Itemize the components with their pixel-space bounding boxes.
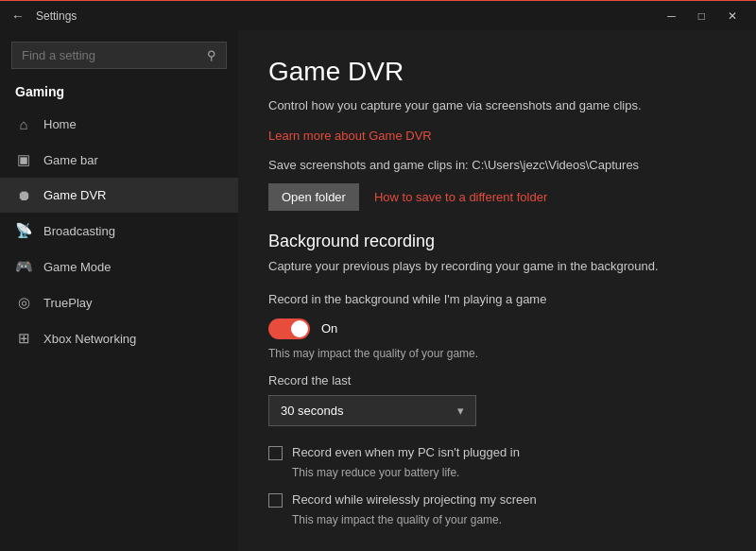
toggle-on-label: On xyxy=(321,321,337,336)
game-mode-icon: 🎮 xyxy=(15,258,32,275)
titlebar-controls: ─ □ ✕ xyxy=(660,8,745,25)
background-recording-desc: Capture your previous plays by recording… xyxy=(268,257,726,276)
search-icon: ⚲ xyxy=(207,48,216,62)
background-toggle[interactable] xyxy=(268,319,310,339)
trueplay-icon: ◎ xyxy=(15,294,32,311)
sidebar-item-broadcasting-label: Broadcasting xyxy=(43,224,115,238)
checkbox-row-2: Record while wirelessly projecting my sc… xyxy=(268,492,726,508)
save-path-label: Save screenshots and game clips in: C:\U… xyxy=(268,158,726,172)
sidebar-item-xbox-networking[interactable]: ⊞ Xbox Networking xyxy=(0,320,238,356)
checkbox-plugged-in-note: This may reduce your battery life. xyxy=(292,466,726,479)
back-button[interactable]: ← xyxy=(11,9,25,24)
page-title: Game DVR xyxy=(268,57,726,87)
how-to-link[interactable]: How to save to a different folder xyxy=(374,190,547,204)
checkbox-plugged-in[interactable] xyxy=(268,446,283,460)
toggle-knob xyxy=(291,320,308,337)
learn-more-link[interactable]: Learn more about Game DVR xyxy=(268,129,726,143)
broadcasting-icon: 📡 xyxy=(15,222,32,239)
xbox-networking-icon: ⊞ xyxy=(15,330,32,347)
background-recording-heading: Background recording xyxy=(268,232,726,251)
close-button[interactable]: ✕ xyxy=(720,8,745,25)
sidebar-item-game-dvr[interactable]: ⏺ Game DVR xyxy=(0,178,238,213)
search-box[interactable]: ⚲ xyxy=(11,42,227,69)
sidebar-item-game-mode[interactable]: 🎮 Game Mode xyxy=(0,249,238,284)
checkbox-wirelessly[interactable] xyxy=(268,493,283,508)
toggle-description: Record in the background while I'm playi… xyxy=(268,290,726,309)
minimize-button[interactable]: ─ xyxy=(660,8,683,25)
sidebar-item-trueplay-label: TruePlay xyxy=(43,296,93,310)
checkbox-wirelessly-label: Record while wirelessly projecting my sc… xyxy=(292,492,537,507)
titlebar: ← Settings ─ □ ✕ xyxy=(0,0,756,30)
sidebar-item-game-dvr-label: Game DVR xyxy=(43,188,106,202)
action-row: Open folder How to save to a different f… xyxy=(268,183,726,211)
sidebar-section-label: Gaming xyxy=(0,77,238,107)
checkbox-plugged-in-label: Record even when my PC isn't plugged in xyxy=(292,445,520,459)
maximize-button[interactable]: □ xyxy=(691,8,713,25)
checkbox-wirelessly-note: This may impact the quality of your game… xyxy=(292,513,726,526)
main-layout: ⚲ Gaming ⌂ Home ▣ Game bar ⏺ Game DVR 📡 … xyxy=(0,30,756,551)
titlebar-title: Settings xyxy=(36,9,660,23)
sidebar-item-game-bar-label: Game bar xyxy=(43,153,98,167)
content-area: Game DVR Control how you capture your ga… xyxy=(238,30,756,551)
open-folder-button[interactable]: Open folder xyxy=(268,183,359,211)
sidebar-item-home[interactable]: ⌂ Home xyxy=(0,107,238,142)
sidebar-item-broadcasting[interactable]: 📡 Broadcasting xyxy=(0,213,238,249)
sidebar-item-xbox-networking-label: Xbox Networking xyxy=(43,332,136,346)
sidebar: ⚲ Gaming ⌂ Home ▣ Game bar ⏺ Game DVR 📡 … xyxy=(0,30,238,551)
sidebar-item-game-mode-label: Game Mode xyxy=(43,260,112,274)
game-dvr-icon: ⏺ xyxy=(15,187,32,203)
sidebar-item-trueplay[interactable]: ◎ TruePlay xyxy=(0,284,238,320)
game-bar-icon: ▣ xyxy=(15,151,32,168)
sidebar-item-game-bar[interactable]: ▣ Game bar xyxy=(0,142,238,178)
dropdown-value: 30 seconds xyxy=(281,404,344,418)
background-toggle-row: On xyxy=(268,319,726,339)
dropdown-arrow-icon: ▾ xyxy=(457,404,464,418)
record-last-label: Record the last xyxy=(268,373,726,387)
checkbox-row-1: Record even when my PC isn't plugged in xyxy=(268,445,726,460)
record-last-dropdown[interactable]: 30 seconds ▾ xyxy=(268,395,476,426)
impact-note: This may impact the quality of your game… xyxy=(268,347,726,360)
home-icon: ⌂ xyxy=(15,116,32,132)
sidebar-item-home-label: Home xyxy=(43,117,77,131)
page-description: Control how you capture your game via sc… xyxy=(268,96,726,115)
search-input[interactable] xyxy=(22,48,199,62)
